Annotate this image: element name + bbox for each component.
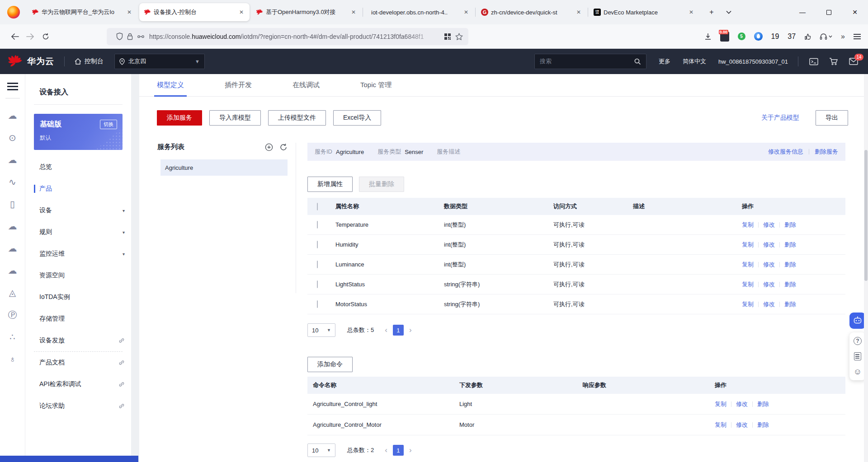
sidebar-item-forum-help[interactable]: 论坛求助 <box>25 395 131 417</box>
edit-link[interactable]: 修改 <box>763 280 775 289</box>
copy-link[interactable]: 复制 <box>742 221 754 229</box>
permissions-icon[interactable] <box>137 34 145 39</box>
extension-count-badge[interactable]: 19 <box>771 33 779 41</box>
rail-menu-icon[interactable] <box>7 86 18 87</box>
prev-page-icon[interactable]: ‹ <box>385 446 387 455</box>
window-close-button[interactable]: ✕ <box>842 0 868 24</box>
device-icon[interactable]: ▯ <box>10 199 15 209</box>
service-list-item[interactable]: Agriculture <box>160 159 288 176</box>
cloud-icon[interactable]: ☁ <box>8 221 17 231</box>
tab-close-icon[interactable]: ✕ <box>238 9 245 15</box>
region-selector[interactable]: 北京四 ▼ <box>114 54 205 69</box>
tab-list-chevron-icon[interactable] <box>722 5 736 19</box>
browser-tab-3[interactable]: 基于OpenHarmony3.0对接 ✕ <box>251 3 362 21</box>
back-button[interactable] <box>7 29 23 44</box>
delete-link[interactable]: 删除 <box>784 221 796 229</box>
page-size-select[interactable]: 10 ▼ <box>307 323 335 337</box>
cloud-lines-icon[interactable]: ☁ <box>8 155 17 165</box>
tab-online-debugging[interactable]: 在线调试 <box>292 74 320 96</box>
sidebar-item-products[interactable]: 产品 <box>25 178 131 200</box>
qr-code-icon[interactable] <box>444 33 451 40</box>
window-minimize-button[interactable]: — <box>789 0 816 24</box>
reload-button[interactable] <box>38 29 53 44</box>
window-maximize-button[interactable] <box>816 0 842 24</box>
export-button[interactable]: 导出 <box>816 110 848 126</box>
ip-icon[interactable]: Ⓟ <box>8 310 17 320</box>
firefox-menu-icon[interactable] <box>7 6 20 19</box>
browser-tab-5[interactable]: G zh-cn/device-dev/quick-st ✕ <box>476 3 587 21</box>
cluster-icon[interactable]: ∴ <box>9 332 15 342</box>
browser-tab-6[interactable]: HMOS DevEco Marketplace ✕ <box>589 3 699 21</box>
edit-link[interactable]: 修改 <box>736 400 748 408</box>
import-library-model-button[interactable]: 导入库模型 <box>209 110 261 126</box>
new-tab-button[interactable]: + <box>705 5 718 19</box>
select-all-checkbox[interactable] <box>317 203 318 210</box>
cart-icon[interactable] <box>829 57 838 65</box>
sidebar-item-monitoring[interactable]: 监控运维▾ <box>25 243 131 265</box>
edit-link[interactable]: 修改 <box>763 241 775 249</box>
copy-link[interactable]: 复制 <box>742 261 754 269</box>
scrollbar-thumb[interactable] <box>864 150 868 281</box>
page-number-active[interactable]: 1 <box>393 445 404 456</box>
delete-link[interactable]: 删除 <box>784 241 796 249</box>
page-size-select[interactable]: 10 ▼ <box>307 443 335 457</box>
tab-close-icon[interactable]: ✕ <box>688 9 695 15</box>
overflow-chevrons-icon[interactable]: » <box>841 33 845 41</box>
copy-link[interactable]: 复制 <box>715 421 726 429</box>
headset-icon[interactable] <box>820 33 832 40</box>
terminal-icon[interactable] <box>809 58 818 65</box>
extension-count-badge[interactable]: 37 <box>788 33 796 41</box>
tab-close-icon[interactable]: ✕ <box>462 9 470 15</box>
sidebar-item-device-provisioning[interactable]: 设备发放 <box>25 330 131 351</box>
edit-link[interactable]: 修改 <box>763 300 775 308</box>
copy-link[interactable]: 复制 <box>742 241 754 249</box>
next-page-icon[interactable]: › <box>409 446 412 455</box>
pointer-extension-icon[interactable] <box>804 33 811 40</box>
bookmark-star-icon[interactable] <box>455 33 463 40</box>
cloud-server-icon[interactable]: ☁ <box>8 111 17 121</box>
page-number-active[interactable]: 1 <box>393 325 404 336</box>
tab-close-icon[interactable]: ✕ <box>350 9 357 15</box>
tab-topic-management[interactable]: Topic 管理 <box>360 74 392 96</box>
feedback-form-icon[interactable] <box>854 352 861 360</box>
assistant-robot-icon[interactable] <box>849 313 866 329</box>
drone-icon[interactable]: ◬ <box>9 288 16 298</box>
add-property-button[interactable]: 新增属性 <box>307 177 353 192</box>
edit-link[interactable]: 修改 <box>763 261 775 269</box>
tab-model-definition[interactable]: 模型定义 <box>157 74 184 96</box>
about-product-model-link[interactable]: 关于产品模型 <box>761 114 799 122</box>
delete-service-link[interactable]: 删除服务 <box>815 148 838 156</box>
lock-icon[interactable] <box>127 33 133 40</box>
sidebar-item-iotda-instance[interactable]: IoTDA实例 <box>25 286 131 308</box>
sidebar-item-overview[interactable]: 总览 <box>25 156 131 178</box>
sidebar-item-product-docs[interactable]: 产品文档 <box>25 352 131 373</box>
row-checkbox[interactable] <box>317 241 318 248</box>
edit-link[interactable]: 修改 <box>736 421 748 429</box>
excel-import-button[interactable]: Excel导入 <box>333 110 381 126</box>
copy-link[interactable]: 复制 <box>742 300 754 308</box>
account-name[interactable]: hw_008618750930307_01 <box>718 58 788 65</box>
cloud-dots-icon[interactable]: ⊙ <box>9 133 16 143</box>
delete-link[interactable]: 删除 <box>784 261 796 269</box>
edit-service-link[interactable]: 修改服务信息 <box>768 148 803 156</box>
row-checkbox[interactable] <box>317 300 318 308</box>
tab-close-icon[interactable]: ✕ <box>575 9 582 15</box>
console-home-link[interactable]: 控制台 <box>75 57 104 65</box>
copy-link[interactable]: 复制 <box>715 400 726 408</box>
browser-tab-1[interactable]: 华为云物联网平台_华为云Io ✕ <box>27 3 137 21</box>
shield-icon[interactable] <box>116 33 123 40</box>
cloud-upload-icon[interactable]: ☁ <box>8 243 17 253</box>
upload-model-file-button[interactable]: 上传模型文件 <box>268 110 326 126</box>
downloads-icon[interactable] <box>704 33 712 40</box>
more-menu[interactable]: 更多 <box>659 57 670 65</box>
help-icon[interactable]: ? <box>854 337 862 345</box>
tab-plugin-development[interactable]: 插件开发 <box>225 74 252 96</box>
waves-icon[interactable]: ∿ <box>9 177 16 187</box>
green-extension-icon[interactable]: 5 <box>738 33 745 40</box>
sidebar-item-api-explorer[interactable]: API检索和调试 <box>25 373 131 395</box>
cloud-check-icon[interactable]: ☁ <box>8 266 17 275</box>
delete-link[interactable]: 删除 <box>784 280 796 289</box>
forward-button[interactable] <box>23 29 38 44</box>
language-selector[interactable]: 简体中文 <box>683 57 706 65</box>
add-service-circle-icon[interactable] <box>265 143 273 151</box>
